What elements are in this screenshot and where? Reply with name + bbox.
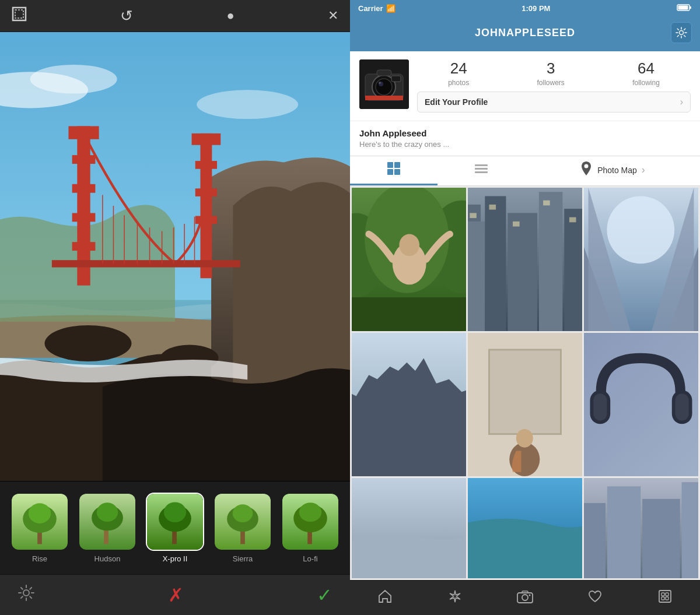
svg-rect-104 (593, 393, 607, 420)
svg-rect-68 (475, 164, 488, 166)
stats-row: 24 photos 3 followers 64 following (417, 59, 691, 87)
confirm-button[interactable]: ✓ (317, 584, 332, 606)
profile-settings-button[interactable] (671, 22, 692, 43)
svg-rect-112 (682, 482, 698, 578)
svg-point-33 (29, 503, 51, 523)
wifi-icon: 📶 (386, 4, 396, 13)
svg-rect-89 (489, 205, 496, 210)
profile-bio: John Appleseed Here's to the crazy ones … (350, 121, 700, 156)
nav-home[interactable] (350, 581, 420, 615)
filter-strip: Rise Hudson (0, 481, 350, 574)
svg-rect-117 (662, 593, 664, 596)
svg-point-71 (584, 164, 589, 168)
cancel-button[interactable]: ✗ (168, 584, 184, 606)
photo-cell-9[interactable] (584, 478, 698, 578)
svg-rect-19 (195, 216, 217, 224)
filter-xpro2-label: X-pro II (163, 554, 188, 563)
heart-icon (587, 589, 603, 607)
nav-explore[interactable] (420, 581, 490, 615)
svg-rect-20 (52, 260, 240, 267)
carrier-label: Carrier (358, 4, 383, 13)
following-label: following (632, 79, 660, 87)
profile-stats-section: 24 photos 3 followers 64 following Edit … (417, 59, 691, 113)
svg-rect-81 (468, 222, 485, 331)
svg-rect-109 (584, 503, 606, 578)
edit-profile-button[interactable]: Edit Your Profile › (417, 92, 691, 113)
photo-row-3 (352, 478, 698, 578)
editor-settings-icon[interactable] (18, 584, 35, 606)
tab-grid[interactable] (350, 156, 438, 185)
photo-cell-5[interactable] (468, 333, 582, 476)
filter-lofi[interactable]: Lo-fi (281, 493, 340, 563)
stat-following: 64 following (632, 59, 660, 87)
profile-icon (657, 589, 673, 607)
frame-icon[interactable] (12, 6, 27, 25)
photo-cell-3[interactable] (584, 188, 698, 331)
filter-xpro2[interactable]: X-pro II (146, 493, 204, 563)
svg-point-49 (299, 502, 321, 522)
status-right (677, 3, 692, 13)
grid-icon (386, 161, 401, 180)
profile-username: JOHNAPPLESEED (379, 27, 671, 39)
nav-profile[interactable] (630, 581, 700, 615)
close-icon[interactable]: ✕ (328, 8, 338, 23)
svg-rect-91 (543, 201, 550, 206)
editor-toolbar: ↺ ● ✕ (0, 0, 350, 32)
photo-cell-6[interactable] (584, 333, 698, 476)
svg-point-60 (379, 82, 381, 84)
svg-point-5 (197, 90, 298, 119)
svg-point-100 (516, 429, 533, 448)
profile-avatar (359, 59, 409, 109)
svg-rect-69 (475, 168, 488, 170)
svg-rect-78 (352, 297, 466, 331)
view-tabs: Photo Map › (350, 156, 700, 186)
bio-name: John Appleseed (359, 128, 691, 138)
filter-sierra[interactable]: Sierra (214, 493, 272, 563)
tab-photo-map[interactable]: Photo Map › (525, 156, 700, 185)
filter-rise[interactable]: Rise (10, 493, 69, 563)
svg-rect-17 (195, 161, 217, 169)
bio-tagline: Here's to the crazy ones ... (359, 140, 691, 149)
photo-cell-4[interactable] (352, 333, 466, 476)
svg-rect-53 (690, 6, 691, 9)
photos-count: 24 (450, 59, 467, 78)
svg-rect-116 (659, 591, 671, 602)
home-icon (377, 589, 393, 607)
photo-map-chevron: › (642, 164, 645, 176)
svg-rect-11 (72, 155, 96, 164)
svg-rect-10 (68, 126, 99, 139)
tab-list[interactable] (438, 156, 525, 185)
photo-cell-1[interactable] (352, 188, 466, 331)
drop-icon[interactable]: ● (226, 8, 234, 23)
photo-row-2 (352, 333, 698, 476)
svg-point-54 (680, 31, 684, 35)
followers-label: followers (537, 79, 564, 87)
svg-rect-13 (72, 213, 96, 222)
nav-camera[interactable] (490, 581, 560, 615)
rotate-icon[interactable]: ↺ (120, 7, 133, 25)
filter-hudson-label: Hudson (94, 554, 121, 563)
svg-rect-105 (676, 393, 689, 420)
svg-rect-119 (662, 597, 664, 600)
svg-rect-14 (72, 242, 96, 251)
profile-panel: Carrier 📶 1:09 PM JOHNAPPLESEED (350, 0, 700, 615)
svg-rect-64 (387, 162, 393, 168)
stat-photos: 24 photos (448, 59, 469, 87)
svg-point-37 (97, 502, 118, 522)
nav-activity[interactable] (560, 581, 630, 615)
photo-cell-2[interactable] (468, 188, 582, 331)
photo-cell-7[interactable] (352, 478, 466, 578)
photo-cell-8[interactable] (468, 478, 582, 578)
filter-hudson[interactable]: Hudson (78, 493, 136, 563)
status-time: 1:09 PM (522, 4, 550, 13)
svg-rect-82 (485, 196, 506, 331)
bottom-nav (350, 580, 700, 615)
svg-rect-70 (475, 171, 488, 173)
svg-rect-62 (365, 96, 403, 100)
filter-sierra-label: Sierra (233, 554, 253, 563)
svg-point-115 (529, 594, 531, 596)
svg-rect-92 (569, 217, 576, 223)
svg-point-45 (233, 504, 253, 522)
svg-rect-111 (642, 499, 680, 578)
camera-icon (517, 589, 533, 607)
